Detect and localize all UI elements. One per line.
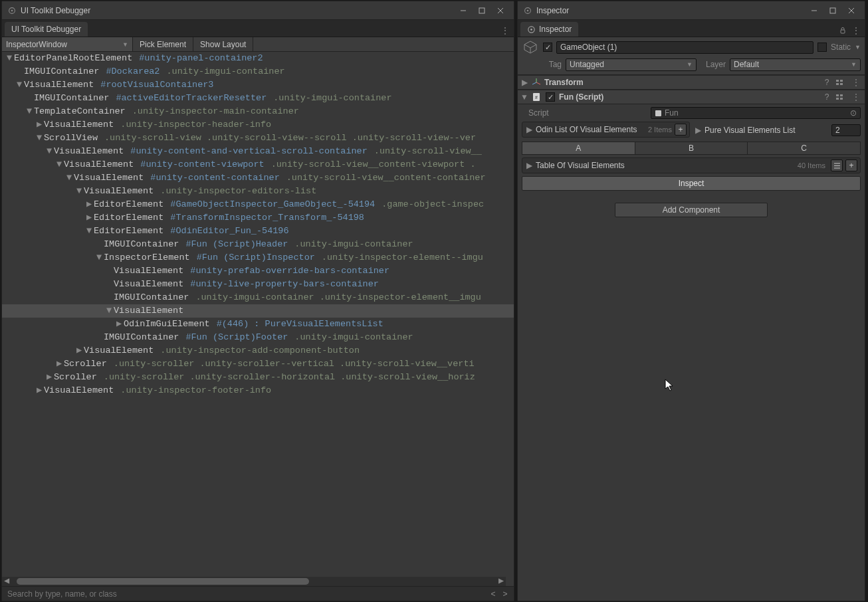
close-button[interactable]	[491, 4, 510, 17]
scroll-thumb[interactable]	[17, 578, 309, 585]
tree-row[interactable]: ▼VisualElement.unity-inspector-editors-l…	[2, 185, 514, 198]
tree-row[interactable]: ▶VisualElement.unity-inspector-header-in…	[2, 118, 514, 132]
tree-row[interactable]: IMGUIContainer.unity-imgui-container .un…	[2, 291, 514, 304]
show-layout-button[interactable]: Show Layout	[193, 37, 253, 51]
tab-debugger[interactable]: UI Toolkit Debugger	[5, 22, 88, 37]
collapse-icon[interactable]: ▼	[5, 52, 14, 65]
expand-icon[interactable]: ▶	[114, 318, 124, 331]
add-component-button[interactable]: Add Component	[615, 203, 768, 217]
gameobject-name-field[interactable]: GameObject (1)	[556, 41, 814, 54]
collapse-icon[interactable]: ▼	[54, 158, 64, 171]
tree-row[interactable]: ▼VisualElement#unity-content-and-vertica…	[2, 145, 514, 158]
preset-button[interactable]	[835, 93, 847, 101]
help-button[interactable]: ?	[821, 78, 833, 87]
context-menu-button[interactable]: ⋮	[850, 92, 862, 102]
script-object-field[interactable]: Fun ⊙	[651, 107, 861, 119]
tag-dropdown[interactable]: Untagged ▼	[566, 58, 697, 71]
expand-icon[interactable]: ▶	[84, 198, 94, 211]
tab-menu-button[interactable]: ⋮	[850, 25, 862, 37]
tree-row[interactable]: ▼VisualElement#rootVisualContainer3	[2, 78, 514, 92]
tree-view[interactable]: ▼EditorPanelRootElement#unity-panel-cont…	[2, 52, 514, 586]
tree-row[interactable]: IMGUIContainer#Fun (Script)Footer.unity-…	[2, 331, 514, 344]
preset-button[interactable]	[835, 78, 847, 86]
static-dropdown-icon[interactable]: ▼	[855, 44, 861, 50]
expand-icon[interactable]: ▶	[74, 344, 84, 357]
static-checkbox[interactable]	[817, 43, 827, 52]
add-item-button[interactable]: +	[845, 159, 857, 171]
element-type: Scroller	[64, 357, 107, 371]
tree-row[interactable]: ▼EditorElement#OdinEditor_Fun_-54196	[2, 225, 514, 238]
foldout-icon[interactable]: ▶	[694, 126, 702, 135]
minimize-button[interactable]	[805, 4, 823, 17]
collapse-icon[interactable]: ▼	[104, 304, 114, 318]
enabled-checkbox[interactable]	[543, 43, 552, 52]
scroll-left-icon[interactable]: ◀	[2, 577, 11, 586]
tree-row[interactable]: IMGUIContainer#activeEditorTrackerResett…	[2, 92, 514, 105]
foldout-icon[interactable]: ▶	[520, 78, 528, 87]
collapse-icon[interactable]: ▼	[84, 225, 94, 238]
expand-icon[interactable]: ▶	[84, 211, 94, 225]
lock-button[interactable]	[837, 25, 849, 37]
component-enabled-checkbox[interactable]	[546, 92, 555, 102]
foldout-icon[interactable]: ▶	[525, 161, 533, 170]
tree-row[interactable]: ▶Scroller.unity-scroller .unity-scroller…	[2, 371, 514, 384]
tree-row[interactable]: ▼ScrollView.unity-scroll-view .unity-scr…	[2, 132, 514, 145]
add-item-button[interactable]: +	[675, 124, 687, 136]
collapse-icon[interactable]: ▼	[45, 145, 54, 158]
expand-icon[interactable]: ▶	[54, 357, 64, 371]
prev-match-button[interactable]: <	[487, 589, 499, 599]
foldout-icon[interactable]: ▶	[525, 125, 533, 134]
close-button[interactable]	[842, 4, 861, 17]
help-button[interactable]: ?	[821, 92, 833, 102]
search-input[interactable]	[5, 589, 487, 599]
tree-row[interactable]: ▶EditorElement#TransformInspector_Transf…	[2, 211, 514, 225]
tree-row[interactable]: VisualElement#unity-prefab-override-bars…	[2, 264, 514, 278]
tab-c[interactable]: C	[748, 142, 861, 155]
tree-row[interactable]: ▼TemplateContainer.unity-inspector-main-…	[2, 105, 514, 118]
minimize-button[interactable]	[454, 4, 473, 17]
tab-inspector[interactable]: Inspector	[520, 22, 578, 37]
expand-icon[interactable]: ▶	[35, 384, 44, 397]
scroll-right-icon[interactable]: ▶	[496, 577, 506, 586]
expand-icon[interactable]: ▶	[45, 371, 54, 384]
tab-menu-button[interactable]: ⋮	[499, 25, 511, 37]
tree-row[interactable]: ▼VisualElement	[2, 304, 514, 318]
tree-row[interactable]: ▼VisualElement#unity-content-viewport.un…	[2, 158, 514, 171]
next-match-button[interactable]: >	[499, 589, 511, 599]
maximize-button[interactable]	[823, 4, 842, 17]
layer-dropdown[interactable]: Default ▼	[730, 58, 861, 71]
tree-row[interactable]: ▶OdinImGuiElement#(446) : PureVisualElem…	[2, 318, 514, 331]
collapse-icon[interactable]: ▼	[35, 132, 44, 145]
tree-row[interactable]: ▼VisualElement#unity-content-container.u…	[2, 171, 514, 185]
collapse-icon[interactable]: ▼	[64, 171, 74, 185]
tree-row[interactable]: ▶Scroller.unity-scroller .unity-scroller…	[2, 357, 514, 371]
tree-row[interactable]: ▼InspectorElement#Fun (Script)Inspector.…	[2, 251, 514, 264]
expand-icon[interactable]: ▶	[35, 118, 44, 132]
collapse-icon[interactable]: ▼	[74, 185, 84, 198]
paging-button[interactable]	[831, 159, 843, 171]
horizontal-scrollbar[interactable]: ◀ ▶	[2, 577, 506, 586]
foldout-icon[interactable]: ▼	[520, 92, 528, 102]
collapse-icon[interactable]: ▼	[94, 251, 104, 264]
gameobject-icon[interactable]	[522, 39, 539, 56]
tree-row[interactable]: ▶VisualElement.unity-inspector-footer-in…	[2, 384, 514, 397]
collapse-icon[interactable]: ▼	[15, 78, 24, 92]
tab-b[interactable]: B	[635, 142, 748, 155]
tree-row[interactable]: ▶VisualElement.unity-inspector-add-compo…	[2, 344, 514, 357]
tree-row[interactable]: VisualElement#unity-live-property-bars-c…	[2, 278, 514, 291]
tree-row[interactable]: ▶EditorElement#GameObjectInspector_GameO…	[2, 198, 514, 211]
list-size-field[interactable]: 2	[831, 124, 861, 136]
tree-row[interactable]: IMGUIContainer#Fun (Script)Header.unity-…	[2, 238, 514, 251]
collapse-icon[interactable]: ▼	[25, 105, 34, 118]
tree-row[interactable]: ▼EditorPanelRootElement#unity-panel-cont…	[2, 52, 514, 65]
tree-row[interactable]: IMGUIContainer#Dockarea2.unity-imgui-con…	[2, 65, 514, 78]
pick-element-button[interactable]: Pick Element	[133, 37, 193, 51]
inspect-button[interactable]: Inspect	[522, 176, 861, 191]
maximize-button[interactable]	[473, 4, 491, 17]
tab-a[interactable]: A	[522, 142, 635, 155]
transform-component-header[interactable]: ▶ Transform ? ⋮	[518, 75, 865, 90]
target-dropdown[interactable]: InspectorWindow ▼	[2, 37, 133, 51]
context-menu-button[interactable]: ⋮	[850, 78, 862, 87]
fun-component-header[interactable]: ▼ # Fun (Script) ? ⋮	[518, 90, 865, 104]
object-picker-icon[interactable]: ⊙	[850, 108, 857, 118]
